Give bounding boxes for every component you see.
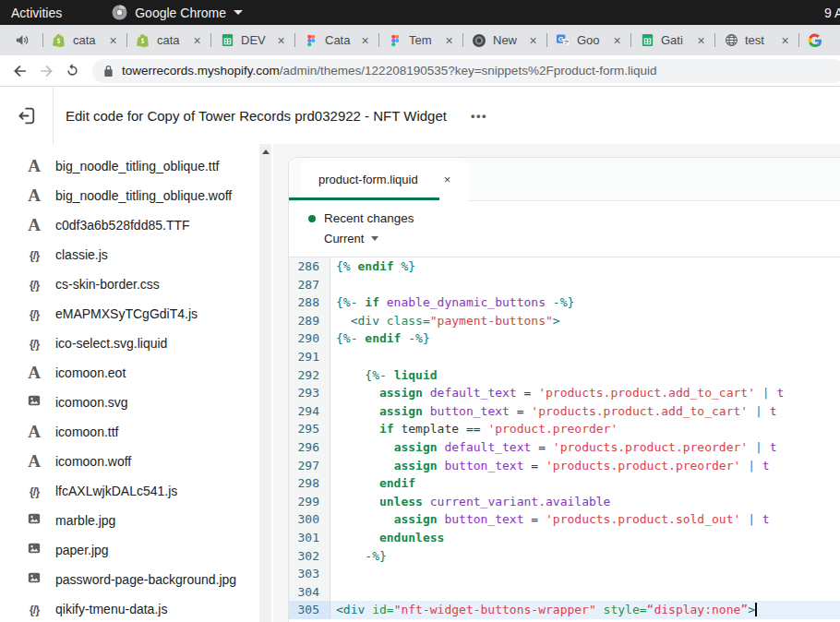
font-file-icon: A (24, 452, 44, 471)
file-item[interactable]: marble.jpg (0, 506, 273, 535)
line-number: 291 (289, 348, 330, 366)
forward-arrow-icon (37, 62, 55, 80)
file-name: lfcAXLwjkDALc541.js (55, 484, 177, 498)
code-text: <div class="payment-buttons"> (330, 312, 840, 330)
code-line[interactable]: 301 endunless (289, 529, 840, 547)
file-item[interactable]: Ac0df3a6b528fdd85.TTF (0, 210, 273, 240)
activities-button[interactable]: Activities (11, 6, 62, 20)
image-file-icon (24, 512, 44, 529)
version-dropdown[interactable]: Current (324, 232, 378, 245)
line-number: 287 (289, 276, 330, 294)
tab-audio-indicator[interactable] (0, 33, 42, 47)
code-line[interactable]: 286{% endif %} (289, 257, 840, 276)
back-button[interactable] (7, 58, 33, 84)
code-line[interactable]: 287 (289, 276, 840, 294)
editor-tab-label: product-form.liquid (318, 173, 418, 186)
scroll-up-arrow-icon[interactable] (262, 150, 270, 154)
file-item[interactable]: Aicomoon.eot (0, 358, 273, 388)
browser-tab[interactable] (799, 25, 840, 55)
tab-close-icon[interactable]: × (274, 34, 288, 47)
file-item[interactable]: A (0, 144, 273, 151)
exit-button[interactable] (0, 87, 54, 144)
file-item[interactable]: Abig_noodle_titling_oblique.woff (0, 181, 273, 210)
code-line[interactable]: 291 (289, 348, 840, 366)
font-file-icon: A (24, 216, 44, 234)
tab-close-icon[interactable]: × (442, 34, 456, 47)
code-line[interactable]: 295 if template == 'product.preorder' (289, 420, 840, 438)
editor-tab-close-icon[interactable]: × (444, 173, 451, 186)
reload-button[interactable] (59, 58, 85, 84)
file-item[interactable]: Aicomoon.woff (0, 447, 273, 476)
file-item[interactable]: {/}cs-skin-border.css (0, 269, 273, 299)
code-text (330, 348, 840, 366)
editor-tab[interactable]: product-form.liquid × (300, 158, 469, 201)
code-file-icon: {/} (24, 246, 44, 263)
file-item[interactable]: {/}qikify-tmenu-data.js (0, 594, 273, 622)
clock[interactable]: 9 A (824, 6, 840, 20)
code-line[interactable]: 302 -%} (289, 547, 840, 566)
code-line[interactable]: 300 assign button_text = 'products.produ… (289, 510, 840, 529)
browser-tab[interactable]: New× (463, 25, 546, 55)
code-text: {% endif %} (330, 257, 840, 276)
file-item[interactable]: {/}eMAPMXSyTCgGdiT4.js (0, 299, 273, 329)
line-number: 292 (289, 366, 330, 385)
code-line[interactable]: 299 unless current_variant.available (289, 493, 840, 511)
code-line[interactable]: 303 (289, 565, 840, 583)
text-cursor (755, 603, 757, 616)
shopify-icon (136, 33, 150, 48)
recent-changes-bar: Recent changes Current (289, 201, 840, 257)
tab-close-icon[interactable]: × (610, 34, 624, 47)
status-dot-icon (308, 215, 316, 222)
browser-tab[interactable]: DEV× (211, 25, 294, 55)
address-bar[interactable]: towerrecords.myshopify.com/admin/themes/… (92, 59, 840, 83)
file-item[interactable]: {/}lfcAXLwjkDALc541.js (0, 476, 273, 506)
file-item[interactable]: {/}ico-select.svg.liquid (0, 329, 273, 358)
file-item[interactable]: icomoon.svg (0, 388, 273, 417)
code-line[interactable]: 297 assign button_text = 'products.produ… (289, 457, 840, 475)
editor-card: product-form.liquid × Recent changes Cur… (288, 157, 840, 622)
menu-caret-icon (234, 10, 243, 15)
browser-tab[interactable]: GGoo× (547, 25, 630, 55)
file-name: icomoon.woff (55, 454, 131, 469)
file-item[interactable]: Aicomoon.ttf (0, 417, 273, 447)
sidebar-scrollbar[interactable] (259, 144, 271, 622)
browser-tab[interactable]: Gati× (631, 25, 714, 55)
code-line[interactable]: 296 assign default_text = 'products.prod… (289, 438, 840, 457)
code-line[interactable]: 298 endif (289, 474, 840, 493)
browser-tab[interactable]: Cata× (295, 25, 378, 55)
file-name: icomoon.svg (55, 395, 128, 410)
file-item[interactable]: {/}classie.js (0, 240, 273, 269)
code-line[interactable]: 288{%- if enable_dynamic_buttons -%} (289, 293, 840, 312)
tab-close-icon[interactable]: × (106, 34, 120, 47)
forward-button[interactable] (33, 58, 59, 84)
code-line[interactable]: 294 assign button_text = 'products.produ… (289, 402, 840, 421)
code-line[interactable]: 305<div id="nft-widget-buttons-wrapper" … (289, 601, 840, 619)
tab-close-icon[interactable]: × (190, 34, 204, 47)
browser-tab[interactable]: cata× (43, 25, 126, 55)
file-name: qikify-tmenu-data.js (55, 602, 167, 616)
app-menu-button[interactable]: Google Chrome (112, 5, 243, 20)
tab-close-icon[interactable]: × (778, 34, 792, 47)
code-file-icon: {/} (24, 305, 44, 322)
file-item[interactable]: paper.jpg (0, 535, 273, 565)
line-number: 288 (289, 293, 330, 312)
browser-tab[interactable]: cata× (127, 25, 210, 55)
file-item[interactable]: Abig_noodle_titling_oblique.ttf (0, 151, 273, 181)
code-line[interactable]: 289 <div class="payment-buttons"> (289, 312, 840, 330)
code-line[interactable]: 304 (289, 583, 840, 602)
browser-tab[interactable]: Tem× (379, 25, 462, 55)
more-actions-button[interactable]: ••• (471, 109, 487, 123)
code-area[interactable]: 286{% endif %}287288{%- if enable_dynami… (289, 257, 840, 622)
code-line[interactable]: 293 assign default_text = 'products.prod… (289, 384, 840, 402)
tab-close-icon[interactable]: × (526, 34, 540, 47)
tab-close-icon[interactable]: × (694, 34, 708, 47)
line-number: 295 (289, 420, 330, 438)
file-item[interactable]: password-page-background.jpg (0, 565, 273, 594)
tab-close-icon[interactable]: × (358, 34, 372, 47)
browser-tab[interactable]: test× (715, 25, 798, 55)
editor-tab-bar: product-form.liquid × (289, 158, 840, 201)
code-line[interactable]: 292 {%- liquid (289, 366, 840, 385)
line-number: 296 (289, 438, 330, 457)
image-file-icon (24, 542, 44, 558)
code-line[interactable]: 290{%- endif -%} (289, 329, 840, 348)
